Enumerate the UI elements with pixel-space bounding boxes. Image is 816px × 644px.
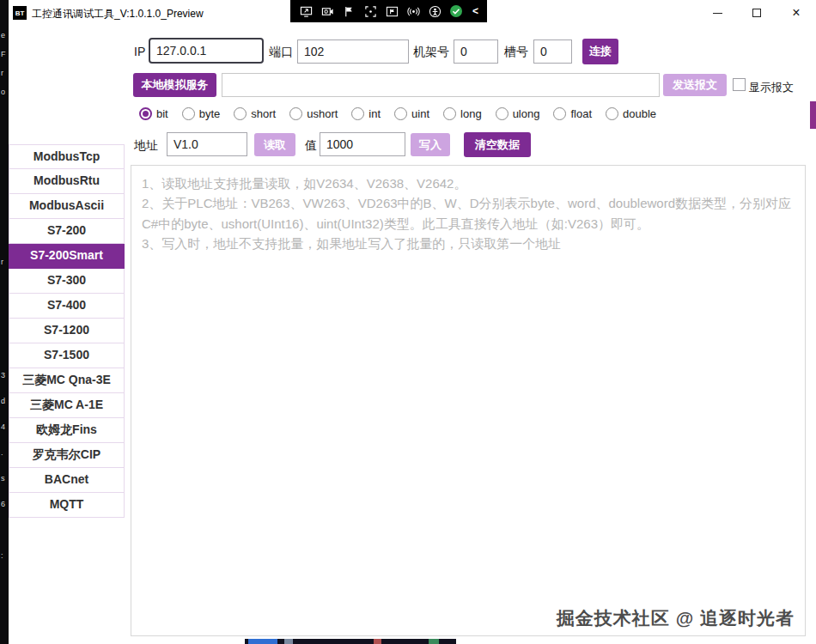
edge-text-fragment: e <box>1 31 5 39</box>
close-icon: × <box>792 6 800 20</box>
sidebar-item-modbusrtu[interactable]: ModbusRtu <box>9 169 125 194</box>
send-message-button[interactable]: 发送报文 <box>663 74 727 96</box>
sidebar-item-s7-1200[interactable]: S7-1200 <box>9 319 125 343</box>
ready-check-icon[interactable] <box>449 4 463 18</box>
radio-icon <box>394 107 407 120</box>
edge-text-fragment: F <box>1 50 6 58</box>
datatype-radio-group: bit byte short ushort int uint long ulon… <box>139 107 656 120</box>
app-icon: BT <box>13 6 27 20</box>
screen: e F r o r 3 d 4 . s 6 : BT 工控通讯调试工具_V:1.… <box>0 0 816 644</box>
sidebar-item-mitsubishi-qna3e[interactable]: 三菱MC Qna-3E <box>9 368 125 393</box>
edge-text-fragment: : <box>1 551 3 560</box>
camera-icon[interactable] <box>320 4 334 18</box>
sidebar-item-mitsubishi-a1e[interactable]: 三菱MC A-1E <box>9 393 125 418</box>
sidebar-item-bacnet[interactable]: BACnet <box>9 468 125 493</box>
radio-option-bit[interactable]: bit <box>139 107 168 120</box>
port-input[interactable] <box>297 39 409 64</box>
edge-text-fragment: s <box>1 474 5 483</box>
radio-icon <box>553 107 566 120</box>
radio-icon <box>496 107 508 120</box>
radio-option-short[interactable]: short <box>234 107 276 120</box>
sidebar-item-modbustcp[interactable]: ModbusTcp <box>9 144 125 169</box>
taskbar-fragment <box>245 639 456 644</box>
value-label: 值 <box>305 138 317 154</box>
radio-icon <box>139 107 152 120</box>
clear-data-button[interactable]: 清空数据 <box>464 132 531 157</box>
radio-option-ushort[interactable]: ushort <box>289 107 338 120</box>
window-title: 工控通讯调试工具_V:1.0.1.0_Preview <box>32 7 204 21</box>
maximize-icon <box>752 9 761 17</box>
radio-option-double[interactable]: double <box>606 107 656 120</box>
protocol-sidebar: ModbusTcp ModbusRtu ModbusAscii S7-200 S… <box>9 144 125 518</box>
ip-label: IP <box>134 45 145 58</box>
address-input[interactable] <box>167 132 247 156</box>
hint-line-1: 1、读取地址支持批量读取，如V2634、V2638、V2642。 <box>142 173 795 193</box>
taskbar-segment <box>374 639 381 644</box>
radio-label: short <box>251 107 276 120</box>
radio-option-byte[interactable]: byte <box>182 107 221 120</box>
show-message-checkbox[interactable] <box>733 78 746 91</box>
edge-text-fragment: r <box>1 69 3 77</box>
sidebar-item-s7-200[interactable]: S7-200 <box>9 219 125 244</box>
screen-share-icon[interactable] <box>299 4 313 18</box>
minimize-button[interactable] <box>697 0 737 26</box>
recorder-overlay-toolbar: < <box>290 0 487 22</box>
collapse-toolbar-button[interactable]: < <box>471 5 478 17</box>
hint-line-2: 2、关于PLC地址：VB263、VW263、VD263中的B、W、D分别表示by… <box>142 193 795 234</box>
sidebar-item-modbusascii[interactable]: ModbusAscii <box>9 194 125 219</box>
radio-option-long[interactable]: long <box>443 107 482 120</box>
sidebar-item-rockwell-cip[interactable]: 罗克韦尔CIP <box>9 443 125 468</box>
sidebar-item-mqtt[interactable]: MQTT <box>9 493 125 518</box>
message-input[interactable] <box>222 73 660 97</box>
rack-input[interactable] <box>454 39 498 64</box>
window-controls: × <box>697 0 816 26</box>
radio-label: ulong <box>513 107 540 120</box>
radio-icon <box>289 107 302 120</box>
close-button[interactable]: × <box>776 0 816 26</box>
taskbar-segment <box>284 639 293 644</box>
taskbar-segment <box>248 639 277 644</box>
sidebar-item-s7-1500[interactable]: S7-1500 <box>9 343 125 368</box>
radio-icon <box>182 107 195 120</box>
taskbar-segment <box>429 639 439 644</box>
minimize-icon <box>713 13 722 14</box>
flag-region-icon[interactable] <box>385 4 399 18</box>
sidebar-item-s7-200smart[interactable]: S7-200Smart <box>9 244 125 269</box>
edge-text-fragment: . <box>1 448 3 457</box>
radio-icon <box>234 107 247 120</box>
edge-text-fragment: 6 <box>1 500 5 508</box>
maximize-button[interactable] <box>737 0 776 26</box>
radio-label: bit <box>156 107 168 120</box>
ip-input[interactable] <box>149 38 264 64</box>
sidebar-item-omron-fins[interactable]: 欧姆龙Fins <box>9 418 125 443</box>
local-sim-button[interactable]: 本地模拟服务 <box>133 73 216 97</box>
output-area[interactable]: 1、读取地址支持批量读取，如V2634、V2638、V2642。 2、关于PLC… <box>131 165 806 636</box>
port-label: 端口 <box>269 45 293 60</box>
radio-option-float[interactable]: float <box>553 107 592 120</box>
value-input[interactable] <box>320 132 405 156</box>
edge-text-fragment: o <box>1 88 5 96</box>
broadcast-icon[interactable] <box>406 4 420 18</box>
radio-label: long <box>460 107 482 120</box>
radio-icon <box>351 107 364 120</box>
flag-icon[interactable] <box>342 4 356 18</box>
radio-label: byte <box>199 107 221 120</box>
write-button[interactable]: 写入 <box>411 133 450 156</box>
edge-text-fragment: r <box>1 258 3 266</box>
region-capture-icon[interactable] <box>363 4 377 18</box>
slot-input[interactable] <box>533 39 572 64</box>
radio-label: int <box>368 107 381 120</box>
read-button[interactable]: 读取 <box>254 133 295 156</box>
radio-label: double <box>623 107 656 120</box>
rack-label: 机架号 <box>413 45 449 60</box>
accessibility-icon[interactable] <box>428 4 441 18</box>
radio-option-uint[interactable]: uint <box>394 107 429 120</box>
radio-option-ulong[interactable]: ulong <box>496 107 540 120</box>
edge-text-fragment: d <box>1 397 5 405</box>
right-edge-fragment <box>810 101 816 129</box>
hint-line-3: 3、写入时，地址不支持批量，如果地址写入了批量的，只读取第一个地址 <box>142 234 795 253</box>
radio-option-int[interactable]: int <box>351 107 381 120</box>
sidebar-item-s7-300[interactable]: S7-300 <box>9 269 125 294</box>
connect-button[interactable]: 连接 <box>582 39 618 64</box>
sidebar-item-s7-400[interactable]: S7-400 <box>9 294 125 319</box>
